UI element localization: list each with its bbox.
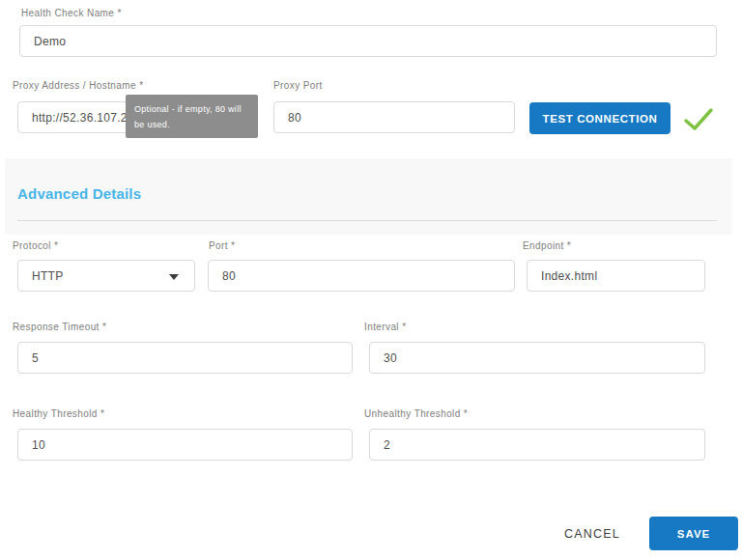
- interval-input[interactable]: [369, 342, 705, 374]
- proxy-port-input[interactable]: [273, 101, 515, 133]
- proxy-port-tooltip: Optional - if empty, 80 will be used.: [126, 95, 258, 138]
- section-divider: [17, 220, 717, 221]
- test-connection-button[interactable]: TEST CONNECTION: [529, 102, 671, 134]
- response-timeout-input[interactable]: [17, 342, 353, 374]
- healthy-threshold-input[interactable]: [17, 429, 353, 461]
- health-check-name-label: Health Check Name *: [21, 8, 122, 18]
- endpoint-input[interactable]: [527, 260, 705, 292]
- health-check-form: Health Check Name * Proxy Address / Host…: [0, 0, 742, 560]
- protocol-select-value: HTTP: [32, 269, 64, 283]
- health-check-name-input[interactable]: [19, 25, 717, 57]
- proxy-port-label: Proxy Port: [273, 80, 323, 91]
- proxy-address-label: Proxy Address / Hostname *: [13, 80, 143, 91]
- unhealthy-threshold-input[interactable]: [369, 429, 705, 461]
- healthy-threshold-label: Healthy Threshold *: [13, 408, 104, 419]
- response-timeout-label: Response Timeout *: [13, 322, 106, 332]
- port-input[interactable]: [208, 260, 515, 292]
- port-label: Port *: [209, 240, 235, 251]
- endpoint-label: Endpoint *: [523, 240, 571, 251]
- unhealthy-threshold-label: Unhealthy Threshold *: [364, 408, 468, 419]
- protocol-select[interactable]: HTTP: [17, 260, 195, 292]
- advanced-details-title: Advanced Details: [17, 185, 141, 202]
- interval-label: Interval *: [364, 322, 406, 332]
- cancel-button[interactable]: CANCEL: [551, 522, 634, 546]
- save-button[interactable]: SAVE: [649, 517, 738, 550]
- success-check-icon: [682, 106, 715, 133]
- protocol-label: Protocol *: [13, 240, 58, 251]
- chevron-down-icon: [169, 274, 179, 280]
